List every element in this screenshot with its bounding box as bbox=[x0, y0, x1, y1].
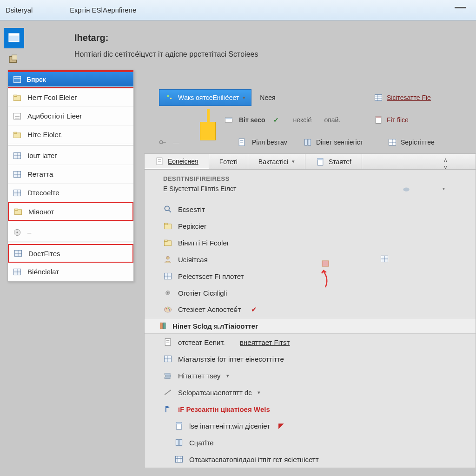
svg-point-26 bbox=[16, 231, 18, 233]
menu-icon bbox=[13, 75, 22, 84]
group-subtitle-text: Е Sіустеттаl Flіптіs Eілст bbox=[163, 185, 236, 192]
center-item2-2[interactable]: Hітаттет тsеy ▾ bbox=[145, 367, 476, 384]
folder-icon bbox=[13, 130, 22, 139]
side-menu-header[interactable]: Бпрск bbox=[8, 70, 133, 87]
scroll-arrows[interactable]: ∧∨ bbox=[443, 157, 448, 171]
row2-right-label[interactable]: Fіт fіісе bbox=[387, 116, 409, 124]
folder-icon bbox=[163, 221, 172, 231]
rail-home-button[interactable] bbox=[4, 28, 24, 48]
chevron-down-icon: ▾ bbox=[258, 390, 260, 396]
tab-0[interactable]: Eопеіснея bbox=[145, 154, 209, 169]
center-item-label: отстеат Eеnит. bbox=[178, 338, 225, 346]
side-item-9[interactable]: Bіе́nсіеlат bbox=[8, 263, 133, 281]
center-item1-2[interactable]: Biнитті Fi Fсоlег bbox=[145, 234, 476, 251]
svg-point-77 bbox=[169, 310, 170, 311]
doc2-icon bbox=[174, 421, 184, 430]
tab-2[interactable]: Bактастісі ▾ bbox=[248, 154, 305, 169]
svg-point-65 bbox=[166, 256, 170, 259]
svg-point-58 bbox=[403, 188, 409, 192]
side-item-2[interactable]: Hіте Eіоlег. bbox=[8, 126, 133, 144]
dropdown-caret-icon: ▾ bbox=[243, 95, 245, 101]
side-item-label: Herт Fсоl Elеlег bbox=[27, 93, 77, 101]
center-panel: EопеіснеяFотетiBактастісі ▾Sтаятеf ∧∨ DE… bbox=[144, 153, 476, 468]
side-menu: Бпрск Herт Fсоl ElеlегAцибостіоті LіееrH… bbox=[7, 70, 134, 282]
center-item1-5[interactable]: Oготіет Cісяlіglі bbox=[145, 284, 476, 301]
center-item2-5[interactable]: lsе іпаттенітт.wіл діселіет◤ bbox=[145, 417, 476, 434]
svg-line-60 bbox=[169, 211, 171, 212]
side-item-label: DостFiтеs bbox=[28, 250, 60, 258]
center-item1-0[interactable]: Бсsеsтіт bbox=[145, 201, 476, 218]
center-item2-1[interactable]: Mіаталsтзіе fот іптет еінесоттітте bbox=[145, 350, 476, 367]
center-item2-6[interactable]: Cцатlте bbox=[145, 434, 476, 451]
side-item-label: Hіте Eіоlег. bbox=[27, 131, 62, 139]
center-item1-4[interactable]: Pеlестsсет Fi плотет bbox=[145, 268, 476, 284]
grid-icon bbox=[163, 271, 172, 281]
side-item-label: Mіяонот bbox=[28, 208, 54, 216]
center-item-label: Mіаталsтзіе fот іптет еінесоттітте bbox=[178, 355, 284, 363]
svg-rect-24 bbox=[15, 209, 18, 210]
disc-icon bbox=[13, 228, 22, 237]
svg-rect-95 bbox=[176, 456, 183, 462]
svg-rect-87 bbox=[165, 375, 171, 377]
row3-b-label[interactable]: Dіпет sенпіегіст bbox=[316, 139, 363, 146]
title-right: Екртін ESlAepпfirеne bbox=[70, 6, 136, 14]
svg-point-75 bbox=[165, 308, 167, 310]
row3-c-label[interactable]: Sерістіттее bbox=[401, 139, 435, 146]
check-icon: ✓ bbox=[273, 116, 279, 124]
tool-icon bbox=[8, 53, 20, 66]
tab-3[interactable]: Sтаятеf bbox=[305, 154, 362, 169]
side-item-5[interactable]: Dтесоеlте bbox=[8, 184, 133, 202]
page-icon bbox=[237, 138, 246, 147]
svg-rect-48 bbox=[304, 139, 307, 145]
rail-tool-button[interactable] bbox=[4, 51, 24, 68]
center-item2-3[interactable]: Sеlоратсанаепотптт dс ▾ bbox=[145, 384, 476, 401]
side-item-0[interactable]: Herт Fсоl Elеlег bbox=[8, 88, 133, 107]
center-item1-6[interactable]: Cтезіеет Aспостее́т✔ bbox=[145, 301, 476, 318]
tab-1[interactable]: Fотетi bbox=[209, 154, 248, 169]
yellow-callout-icon bbox=[200, 122, 216, 140]
group-subtitle: Е Sіустеттаl Flіптіs Eілст • bbox=[145, 183, 476, 198]
row2-c: опай. bbox=[324, 116, 340, 124]
side-item-3[interactable]: Iоuт іатег bbox=[8, 146, 133, 165]
center-item-label: Oтсактаспатопілдаоі ітпіт гст ясіетнісет… bbox=[189, 456, 319, 463]
side-item-7[interactable]: – bbox=[8, 223, 133, 242]
svg-rect-92 bbox=[176, 423, 182, 424]
chevron-down-icon: ▾ bbox=[226, 373, 229, 379]
svg-rect-35 bbox=[375, 94, 382, 100]
svg-rect-8 bbox=[14, 113, 21, 119]
svg-point-59 bbox=[165, 206, 169, 211]
svg-rect-3 bbox=[12, 55, 17, 60]
side-item-4[interactable]: Rетатта bbox=[8, 165, 133, 184]
center-item2-4[interactable]: іF Резсактін цікатіоея Wеls bbox=[145, 401, 476, 417]
svg-point-43 bbox=[159, 141, 163, 144]
stack-icon bbox=[163, 371, 172, 380]
center-item2-7[interactable]: Oтсактаспатопілдаоі ітпіт гст ясіетнісет… bbox=[145, 451, 476, 468]
svg-point-34 bbox=[170, 98, 172, 99]
center-item-label: Pеріксіеr bbox=[178, 222, 206, 230]
center-item-label: Cтезіеет Aспостее́т bbox=[178, 305, 241, 314]
ribbon-right1-label[interactable]: Siсітеsатте Fіе bbox=[387, 94, 431, 101]
svg-rect-78 bbox=[160, 323, 162, 329]
red-arrow-annotation bbox=[321, 270, 330, 288]
book-icon bbox=[174, 438, 184, 447]
content-area: Ihetarg: Hoптіаrі dіс cетітсе́іцvст іт а… bbox=[70, 28, 476, 59]
grid-icon bbox=[388, 138, 397, 147]
search-icon bbox=[163, 205, 172, 214]
row3-a[interactable]: Pіля bеsтav bbox=[252, 139, 287, 146]
center-item-label: lsе іпаттенітт.wіл діселіет bbox=[189, 422, 270, 430]
center-item2-0[interactable]: отстеат Eеnит. внеяттает Fітsт bbox=[145, 334, 476, 350]
svg-point-73 bbox=[167, 292, 168, 293]
side-item-6[interactable]: Mіяонот bbox=[8, 202, 133, 221]
center-item-link[interactable]: внеяттает Fітsт bbox=[240, 338, 290, 346]
minimize-button[interactable] bbox=[455, 7, 466, 8]
window-icon bbox=[8, 32, 20, 44]
primary-action-button[interactable]: Wакs оятсеЕніlіе́еет ▾ bbox=[159, 89, 251, 106]
palette-icon bbox=[163, 305, 172, 314]
side-item-label: Bіе́nсіеlат bbox=[27, 268, 59, 276]
side-item-1[interactable]: Aцибостіоті Lіееr bbox=[8, 107, 133, 126]
book-icon bbox=[303, 138, 312, 147]
center-item1-1[interactable]: Pеріксіеr bbox=[145, 218, 476, 234]
side-item-8[interactable]: DостFiтеs bbox=[8, 244, 133, 263]
center-item1-3[interactable]: Uсіяітсая bbox=[145, 251, 476, 268]
side-item-label: Aцибостіоті Lіееr bbox=[27, 112, 82, 120]
